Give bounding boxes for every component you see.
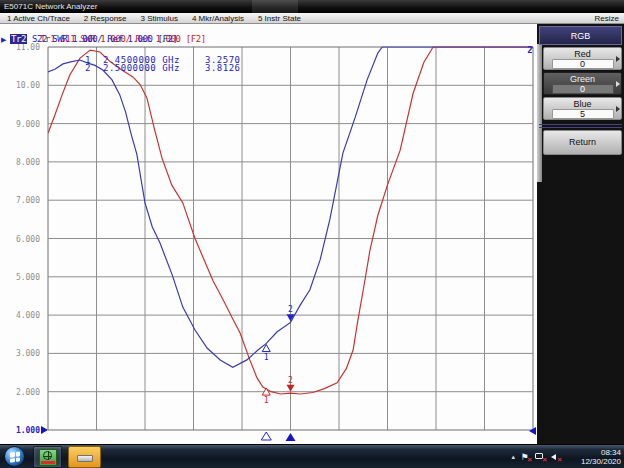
softkey-green-button[interactable]: Green0 [543,72,622,95]
network-analyzer-icon [39,449,57,466]
trace2-clip-indicator: 2 [527,45,532,55]
marker2-value: 3.8126 [205,63,241,73]
softkey-buttons: Red0Green0Blue5 [543,47,622,122]
marker2-frequency: 2.5000000 GHz [103,64,205,73]
y-tick-label: 2.000 [2,388,40,397]
softkey-panel: RGB Red0Green0Blue5 Return [537,24,624,444]
softkey-label: Blue [544,99,621,109]
windows-logo-icon [10,451,20,462]
tray-date: 12/30/2020 [567,457,621,466]
marker2-readout: 22.5000000 GHz3.8126 [85,64,305,73]
y-tick-label: 3.000 [2,349,40,358]
taskbar-app-network-analyzer[interactable] [33,446,62,468]
marker-2-label: 2 [288,305,293,314]
marker-1-label: 1 [264,396,269,405]
active-trace-arrow-icon: ▶ [1,35,6,44]
tray-clock[interactable]: 08:34 12/30/2020 [567,448,621,466]
menu-item-2[interactable]: 2 Response [77,14,134,23]
menu-bar: 1 Active Ch/Trace2 Response3 Stimulus4 M… [0,13,624,24]
window-title: E5071C Network Analyzer [4,2,97,11]
error-badge: × [527,456,532,464]
right-arrow-icon [616,106,620,112]
y-tick-label: 5.000 [2,273,40,282]
tray-expand-icon[interactable]: ▴ [511,453,515,461]
network-status-icon[interactable]: × [534,451,545,463]
y-tick-label: 6.000 [2,235,40,244]
volume-icon[interactable]: × [549,451,560,463]
tray-time: 08:34 [567,448,621,457]
right-arrow-icon [616,81,620,87]
error-badge: × [557,456,562,464]
stimulus-marker-inactive-icon [261,432,271,440]
error-badge: × [542,456,547,464]
instrument-display: 21212 11.0010.009.0008.0007.0006.0005.00… [0,24,537,444]
softkey-scrollbar[interactable] [537,44,542,182]
action-center-icon[interactable]: ⚑× [519,451,530,463]
marker-2-label: 2 [288,376,293,385]
softkey-red-button[interactable]: Red0 [543,47,622,70]
trace2-status-text: S22 SWR 1.000/ Ref 1.000 [F2] [27,34,178,44]
menu-item-1[interactable]: 1 Active Ch/Trace [0,14,77,23]
softkey-blue-button[interactable]: Blue5 [543,97,622,120]
system-tray: ▴ ⚑× × × 08:34 12/30/2020 [511,445,621,468]
marker2-number: 2 [85,64,103,73]
taskbar-app-keyboard[interactable] [68,446,101,468]
marker-2-icon [287,385,295,392]
resize-label[interactable]: Resize [595,14,624,23]
keyboard-icon [77,455,93,462]
trace2-status[interactable]: Tr2 S22 SWR 1.000/ Ref 1.000 [F2] [10,35,178,44]
y-tick-label: 4.000 [2,311,40,320]
y-tick-label: 1.000 [2,426,40,435]
return-button[interactable]: Return [543,130,622,155]
marker-1-label: 1 [264,353,269,362]
y-tick-label: 10.00 [2,81,40,90]
swr-chart: 21212 [0,24,537,444]
start-button[interactable] [4,446,25,467]
trace2-id-badge: Tr2 [10,34,27,44]
y-tick-label: 8.000 [2,158,40,167]
softkey-label: Red [544,49,621,59]
softkey-menu-title: RGB [539,26,622,45]
y-tick-label: 7.000 [2,196,40,205]
taskbar: ▴ ⚑× × × 08:34 12/30/2020 [0,444,624,468]
menu-items: 1 Active Ch/Trace2 Response3 Stimulus4 M… [0,13,308,24]
window-titlebar[interactable]: E5071C Network Analyzer [0,0,624,13]
stimulus-marker-active-icon [286,433,296,441]
screen: E5071C Network Analyzer 1 Active Ch/Trac… [0,0,624,468]
softkey-label: Green [544,74,621,84]
right-arrow-icon [616,56,620,62]
y-tick-label: 9.000 [2,120,40,129]
menu-item-3[interactable]: 3 Stimulus [134,14,185,23]
softkey-divider [539,124,622,128]
menu-item-5[interactable]: 5 Instr State [251,14,308,23]
ref-level-indicator-icon [41,426,48,434]
softkey-value: 5 [552,109,614,119]
softkey-value: 0 [552,59,614,69]
softkey-value: 0 [552,84,614,94]
menu-item-4[interactable]: 4 Mkr/Analysis [185,14,251,23]
